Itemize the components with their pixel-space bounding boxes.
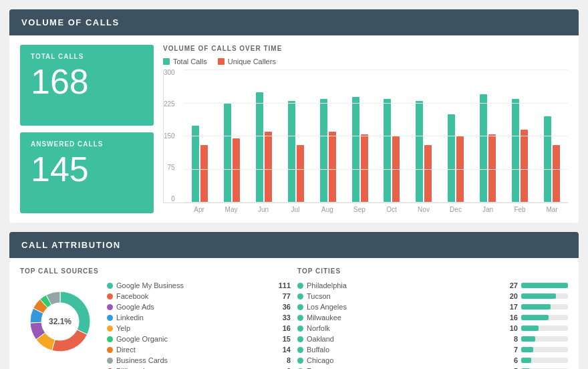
city-dot: [297, 326, 303, 332]
city-name: Tucson: [307, 292, 498, 300]
source-item: Yelp16: [107, 324, 291, 332]
unique-callers-legend-dot: [218, 58, 225, 65]
bar-pair: [216, 104, 248, 203]
cities-title: TOP CITIES: [297, 267, 568, 275]
bar-pair: [184, 126, 216, 203]
source-count: 36: [272, 303, 291, 311]
city-dot: [297, 283, 303, 289]
source-name: Yelp: [116, 324, 269, 332]
source-name: Google Ads: [116, 303, 269, 311]
city-count: 17: [502, 303, 518, 311]
total-bar: [224, 104, 231, 203]
city-count: 27: [502, 281, 518, 289]
sources-title: TOP CALL SOURCES: [20, 267, 291, 275]
total-bar: [192, 126, 199, 203]
source-dot: [107, 358, 113, 364]
city-bar-fill: [521, 358, 531, 363]
y-label: 75: [164, 164, 178, 171]
city-dot: [297, 304, 303, 310]
attribution-body: TOP CALL SOURCES 32.1% Google My Busines…: [9, 258, 579, 369]
source-item: Business Cards8: [107, 356, 291, 364]
donut-chart: 32.1%: [20, 281, 100, 362]
unique-bar: [553, 145, 560, 203]
source-item: Linkedin33: [107, 314, 291, 322]
city-count: 6: [502, 356, 518, 364]
source-count: 14: [272, 346, 291, 354]
city-count: 16: [502, 314, 518, 322]
bar-month-dec: [440, 70, 472, 203]
city-bar-track: [521, 326, 568, 331]
city-name: Milwaukee: [307, 314, 498, 322]
city-name: Philadelphia: [307, 281, 498, 289]
city-bar-fill: [521, 347, 533, 352]
x-label-oct: Oct: [376, 206, 408, 213]
city-dot: [297, 336, 303, 342]
total-calls-label: TOTAL CALLS: [31, 53, 143, 60]
donut-segment: [60, 291, 90, 334]
volume-header: VOLUME OF CALLS: [9, 9, 579, 35]
city-bar-fill: [521, 326, 539, 331]
source-item: Direct14: [107, 346, 291, 354]
bar-chart-title: VOLUME OF CALLS OVER TIME: [163, 45, 568, 52]
source-dot: [107, 283, 113, 289]
city-item: Norfolk10: [297, 324, 568, 332]
city-count: 7: [502, 346, 518, 354]
x-label-sep: Sep: [343, 206, 376, 213]
city-name: Oakland: [307, 335, 498, 343]
sources-section: TOP CALL SOURCES 32.1% Google My Busines…: [20, 267, 291, 369]
answered-calls-value: 145: [31, 152, 143, 187]
city-item: Oakland8: [297, 335, 568, 343]
bar-pair: [408, 101, 440, 203]
source-count: 111: [272, 281, 291, 289]
chart-legend: Total Calls Unique Callers: [163, 57, 568, 66]
unique-bar: [361, 134, 368, 203]
x-label-may: May: [215, 206, 247, 213]
city-item: Milwaukee16: [297, 314, 568, 322]
bar-month-nov: [408, 70, 440, 203]
y-axis: 075150225300: [164, 70, 178, 203]
answered-calls-box: ANSWERED CALLS 145: [20, 132, 154, 213]
city-bar-track: [521, 347, 568, 352]
city-bar-fill: [521, 283, 568, 288]
volume-section: VOLUME OF CALLS TOTAL CALLS 168 ANSWERED…: [9, 9, 579, 223]
total-bar: [480, 94, 487, 203]
source-name: Google Organic: [116, 335, 269, 343]
city-bar-track: [521, 336, 568, 342]
answered-calls-label: ANSWERED CALLS: [31, 140, 143, 148]
city-count: 20: [502, 292, 518, 300]
source-count: 33: [272, 314, 291, 322]
bar-month-apr: [184, 70, 216, 203]
donut-segment: [52, 330, 88, 352]
city-name: Chicago: [307, 356, 498, 364]
volume-title: VOLUME OF CALLS: [21, 17, 120, 27]
x-label-jul: Jul: [279, 206, 311, 213]
x-label-apr: Apr: [183, 206, 215, 213]
source-item: Google My Business111: [107, 281, 291, 289]
unique-bar: [521, 130, 528, 203]
city-item: Los Angeles17: [297, 303, 568, 311]
unique-bar: [200, 145, 208, 203]
total-bar: [384, 99, 391, 203]
bar-month-mar: [536, 70, 568, 203]
city-item: Chicago6: [297, 356, 568, 364]
city-item: Buffalo7: [297, 346, 568, 354]
unique-bar: [329, 132, 336, 203]
bar-month-sep: [344, 70, 376, 203]
bar-pair: [312, 99, 344, 203]
city-count: 10: [502, 324, 518, 332]
total-bar: [320, 99, 327, 203]
city-bar-fill: [521, 315, 549, 320]
bar-month-aug: [312, 70, 344, 203]
bar-pair: [536, 116, 568, 203]
bar-pair: [248, 92, 280, 203]
source-dot: [107, 304, 113, 310]
unique-bar: [265, 132, 272, 203]
total-bar: [416, 101, 423, 203]
attribution-title: CALL ATTRIBUTION: [21, 240, 121, 250]
city-dot: [297, 315, 303, 321]
chart-wrapper: 075150225300 AprMayJunJulAugSepOctNovDec…: [163, 70, 568, 213]
source-dot: [107, 293, 113, 299]
bar-pair: [440, 114, 472, 203]
total-calls-value: 168: [31, 64, 143, 99]
city-dot: [297, 293, 303, 299]
